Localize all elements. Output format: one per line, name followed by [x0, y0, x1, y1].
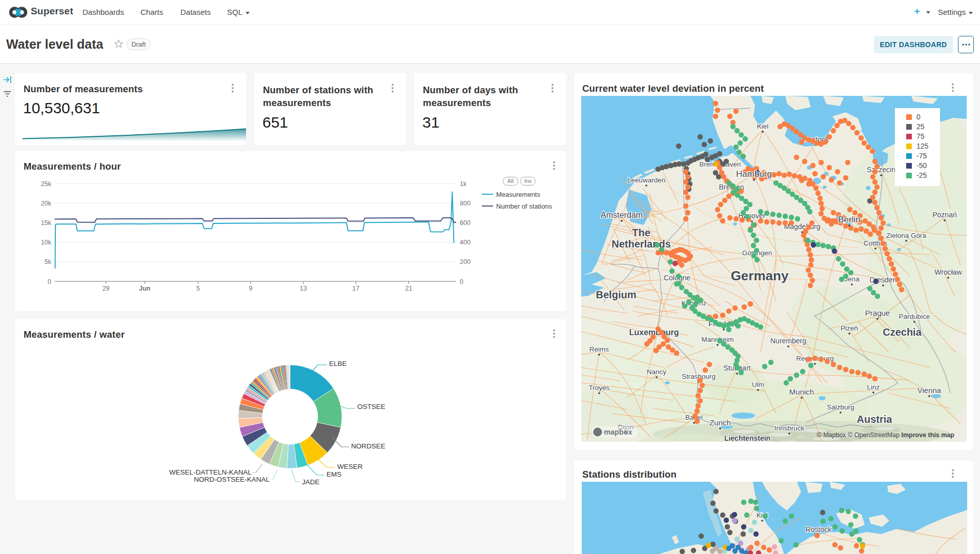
svg-text:OSTSEE: OSTSEE [357, 403, 385, 411]
svg-text:mapbox: mapbox [604, 428, 632, 436]
svg-text:Leeuwarden: Leeuwarden [627, 176, 665, 184]
svg-text:15k: 15k [41, 219, 52, 227]
svg-text:Linz: Linz [867, 383, 880, 391]
svg-text:600: 600 [460, 219, 471, 227]
svg-text:Austria: Austria [857, 414, 893, 425]
svg-text:Nancy: Nancy [647, 368, 667, 376]
svg-text:Wrocław: Wrocław [934, 268, 962, 276]
svg-text:20k: 20k [41, 200, 52, 207]
svg-text:25: 25 [916, 122, 925, 131]
svg-text:Hamburg: Hamburg [736, 169, 772, 179]
svg-text:Troyes: Troyes [589, 384, 610, 392]
svg-text:JADE: JADE [302, 478, 320, 486]
svg-text:Plzeň: Plzeň [841, 324, 858, 332]
svg-text:800: 800 [460, 200, 471, 207]
svg-text:Munich: Munich [789, 387, 814, 396]
svg-text:© Mapbox © OpenStreetMap Impro: © Mapbox © OpenStreetMap Improve this ma… [816, 432, 954, 439]
svg-text:WESER: WESER [337, 463, 363, 470]
svg-text:Dresden: Dresden [870, 276, 897, 284]
svg-text:Rostock: Rostock [806, 525, 832, 534]
svg-text:21: 21 [405, 285, 413, 292]
svg-text:Czechia: Czechia [883, 326, 922, 338]
svg-text:Pardubice: Pardubice [899, 313, 930, 320]
svg-text:EMS: EMS [326, 470, 341, 478]
svg-text:10k: 10k [41, 239, 52, 246]
svg-text:0: 0 [48, 278, 51, 285]
svg-text:Nuremberg: Nuremberg [770, 337, 806, 345]
svg-text:Amsterdam: Amsterdam [601, 211, 643, 219]
svg-text:Reims: Reims [589, 345, 609, 353]
svg-text:Kiel: Kiel [757, 122, 769, 130]
svg-text:Salzburg: Salzburg [827, 403, 854, 411]
svg-text:Zielona Góra: Zielona Góra [886, 232, 927, 239]
svg-text:0: 0 [460, 278, 463, 285]
svg-text:Ulm: Ulm [752, 381, 764, 388]
svg-text:-50: -50 [916, 161, 927, 170]
svg-text:Germany: Germany [731, 268, 789, 283]
svg-text:25k: 25k [41, 180, 52, 188]
svg-text:Zurich: Zurich [709, 418, 731, 427]
svg-text:13: 13 [300, 285, 307, 292]
svg-text:-75: -75 [916, 152, 927, 160]
svg-text:Innsbruck: Innsbruck [774, 424, 805, 432]
svg-text:200: 200 [460, 258, 471, 265]
svg-text:9: 9 [249, 285, 253, 292]
svg-text:WESEL-DATTELN-KANAL: WESEL-DATTELN-KANAL [169, 468, 252, 476]
svg-text:NORD-OSTSEE-KANAL: NORD-OSTSEE-KANAL [194, 476, 270, 483]
svg-text:-25: -25 [916, 171, 927, 179]
svg-text:Poznań: Poznań [932, 211, 956, 219]
svg-text:Prague: Prague [865, 309, 890, 317]
svg-text:Jun: Jun [139, 285, 150, 292]
svg-text:0: 0 [916, 113, 921, 121]
svg-text:Liechtenstein: Liechtenstein [724, 434, 770, 442]
svg-text:125: 125 [916, 142, 929, 150]
svg-text:75: 75 [916, 132, 925, 140]
svg-text:5: 5 [196, 285, 200, 292]
svg-text:5k: 5k [45, 258, 52, 265]
svg-text:Vienna: Vienna [917, 386, 942, 395]
svg-text:Belgium: Belgium [596, 289, 637, 300]
svg-text:400: 400 [460, 239, 471, 246]
svg-text:NORDSEE: NORDSEE [351, 442, 385, 450]
svg-text:29: 29 [103, 285, 110, 292]
svg-text:17: 17 [352, 285, 359, 292]
svg-text:Szczecin: Szczecin [867, 166, 895, 174]
svg-text:ELBE: ELBE [329, 360, 347, 367]
svg-text:1k: 1k [460, 180, 467, 188]
svg-text:The: The [632, 227, 650, 238]
svg-text:Berlin: Berlin [838, 215, 860, 224]
